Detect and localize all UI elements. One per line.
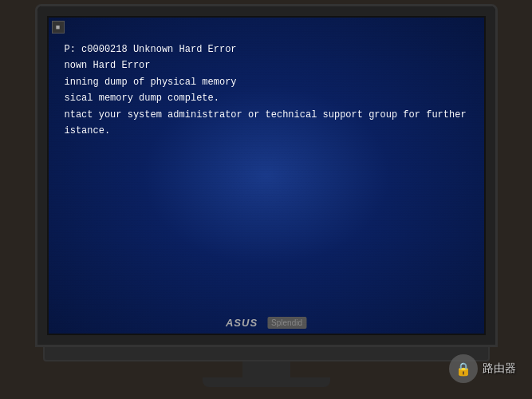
bsod-line-1: P: c0000218 Unknown Hard Error	[65, 41, 468, 57]
bsod-line-3: inning dump of physical memory	[65, 74, 468, 90]
monitor-chin	[43, 347, 490, 361]
windows-icon: ■	[52, 21, 65, 34]
monitor-stand-base	[203, 377, 330, 387]
watermark-area: 🔒 路由器	[449, 354, 516, 383]
bsod-line-5: ntact your system administrator or techn…	[65, 107, 468, 123]
lock-icon: 🔒	[455, 361, 471, 377]
bsod-line-6: istance.	[65, 123, 468, 139]
monitor-bezel: ■ P: c0000218 Unknown Hard Error nown Ha…	[37, 6, 495, 345]
bsod-line-4: sical memory dump complete.	[65, 90, 468, 106]
monitor-outer: ■ P: c0000218 Unknown Hard Error nown Ha…	[35, 4, 498, 347]
bsod-line-2: nown Hard Error	[65, 57, 468, 73]
watermark-text: 路由器	[483, 361, 516, 376]
bsod-text-area: P: c0000218 Unknown Hard Error nown Hard…	[65, 41, 468, 139]
monitor-logos-area: ASUS Splendid	[226, 317, 306, 329]
asus-logo: ASUS	[226, 317, 258, 329]
monitor-screen: ■ P: c0000218 Unknown Hard Error nown Ha…	[47, 16, 486, 335]
splendid-logo: Splendid	[267, 317, 306, 329]
monitor-stand-neck	[242, 361, 290, 377]
watermark-icon: 🔒	[449, 354, 478, 383]
